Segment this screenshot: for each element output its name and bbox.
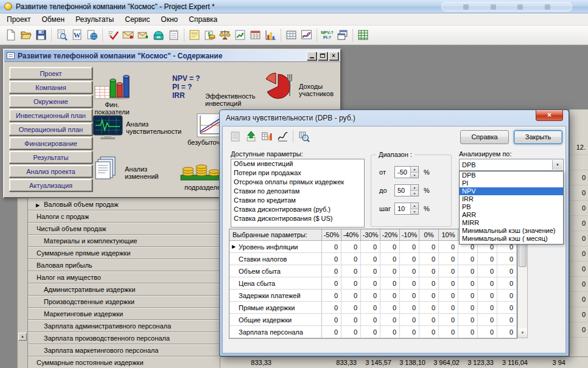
parameter-row-label[interactable]: Объем сбыта — [229, 265, 322, 277]
menu-item[interactable]: Окно — [155, 14, 183, 25]
close-button[interactable]: × — [329, 52, 338, 60]
analyze-by-dropdown-list[interactable]: DPBPINPVIRRPBARRMIRRМинимальный кэш (зна… — [459, 171, 564, 245]
text-description-icon[interactable] — [187, 27, 202, 43]
parameter-row-label[interactable]: Общие издержки — [229, 314, 322, 326]
range-value-input[interactable]: 50 ▲▼ — [394, 184, 419, 196]
print-preview-icon[interactable] — [54, 27, 69, 43]
contents-title-bar[interactable]: Развитие телефонной компании "Космос" - … — [4, 50, 340, 62]
menu-item[interactable]: Сервис — [119, 14, 155, 25]
parameter-row-label[interactable]: Задержки платежей — [229, 290, 322, 302]
report-row[interactable]: Налог на имущество — [28, 271, 220, 283]
menu-item[interactable]: Результаты — [70, 14, 119, 25]
report-row[interactable]: Маркетинговые издержки — [28, 308, 220, 320]
report-row[interactable]: Налоги с продаж — [28, 210, 220, 223]
dialog-close-button[interactable]: × — [536, 110, 563, 121]
menu-item[interactable]: Справка — [183, 14, 223, 25]
scroll-down-icon[interactable]: ▼ — [518, 328, 527, 338]
maximize-button[interactable] — [318, 52, 327, 60]
vertical-scrollbar[interactable]: ▲ ▼ — [517, 229, 528, 338]
parameter-row-label[interactable]: Зарплата персонала — [229, 326, 322, 338]
nav-section-button[interactable]: Финансирование — [9, 137, 93, 150]
parameter-row-label[interactable]: Ставки налогов — [229, 253, 322, 265]
nav-section-button[interactable]: Окружение — [9, 95, 93, 108]
dropdown-option[interactable]: PB — [460, 203, 563, 211]
report-row[interactable]: Зарплата административного персонала — [28, 320, 220, 332]
export-word-icon[interactable]: W — [69, 27, 85, 43]
contacts-phone-icon[interactable] — [151, 27, 166, 43]
nav-section-button[interactable]: Результаты — [9, 151, 93, 164]
zoom-parameters-icon[interactable] — [296, 130, 312, 144]
parameter-row-label[interactable]: ▶Уровень инфляции — [229, 241, 322, 253]
chevron-down-icon[interactable]: ▼ — [552, 160, 562, 170]
spin-down-icon[interactable]: ▼ — [411, 209, 418, 215]
dropdown-option[interactable]: MIRR — [460, 219, 563, 227]
nav-section-button[interactable]: Компания — [9, 81, 93, 94]
participants-income-icon[interactable] — [260, 71, 295, 102]
analyze-by-combobox[interactable]: DPB ▼ — [459, 159, 564, 171]
show-table-icon[interactable] — [259, 130, 275, 144]
report-row[interactable]: Валовая прибыль — [28, 259, 220, 271]
scales-balance-icon[interactable] — [217, 27, 233, 43]
receive-mail-icon[interactable] — [136, 27, 151, 43]
dropdown-option[interactable]: DPB — [460, 172, 563, 179]
available-parameters-list[interactable]: Объем инвестицийПотери при продажахОтсро… — [231, 159, 365, 227]
investment-efficiency-label[interactable]: Эффективность инвестиций — [205, 92, 256, 107]
dropdown-option[interactable]: PI — [460, 179, 563, 187]
available-parameter-item[interactable]: Ставка дисконтирования ($ US) — [231, 214, 364, 223]
cash-flow-icon[interactable]: $ — [202, 27, 217, 43]
dropdown-option[interactable]: NPV — [460, 187, 563, 195]
available-parameter-item[interactable]: Ставка дисконтирования (руб.) — [231, 205, 364, 214]
report-row[interactable]: Суммарные постоянные издержки — [28, 356, 220, 368]
spell-check-icon[interactable] — [105, 27, 121, 43]
report-row[interactable]: Материалы и комплектующие — [28, 235, 220, 247]
available-parameter-item[interactable]: Ставки по кредитам — [231, 196, 364, 205]
report-row[interactable]: Зарплата производственного персонала — [28, 332, 220, 344]
range-value-input[interactable]: -50 ▲▼ — [394, 166, 419, 178]
data-table-icon[interactable] — [284, 27, 299, 43]
npv-pi-indicator-icon[interactable]: NPV-? PI-? — [320, 27, 335, 43]
report-row[interactable]: ▶ Валовый объем продаж — [28, 198, 220, 210]
parameter-row-label[interactable]: Прямые издержки — [229, 302, 322, 314]
nav-section-button[interactable]: Актуализация — [9, 179, 93, 192]
spin-down-icon[interactable]: ▼ — [411, 191, 418, 196]
report-row[interactable]: Административные издержки — [28, 283, 220, 296]
dropdown-option[interactable]: Минимальный кэш (значение) — [460, 227, 563, 235]
dropdown-option[interactable]: Минимальный кэш ( месяц) — [460, 235, 563, 243]
nav-section-button[interactable]: Проект — [9, 67, 93, 80]
report-row[interactable]: Суммарные прямые издержки — [28, 247, 220, 259]
cascade-windows-icon[interactable] — [335, 27, 350, 43]
spin-up-icon[interactable]: ▲ — [411, 167, 418, 173]
open-project-icon[interactable] — [18, 27, 33, 43]
parameter-row-label[interactable]: Цена сбыта — [229, 277, 322, 290]
changes-analysis-icon[interactable] — [94, 156, 121, 182]
menu-item[interactable]: Обмен — [37, 14, 71, 25]
nav-section-button[interactable]: Анализ проекта — [9, 165, 93, 178]
sensitivity-analysis-icon[interactable] — [92, 114, 124, 142]
divisions-income-icon[interactable] — [180, 158, 222, 184]
report-row[interactable]: Зарплата маркетингового персонала — [28, 344, 220, 356]
financial-indicators-icon[interactable] — [94, 72, 130, 102]
save-project-icon[interactable] — [33, 27, 49, 43]
show-graph-icon[interactable] — [275, 130, 290, 144]
spin-up-icon[interactable]: ▲ — [411, 203, 418, 209]
spin-up-icon[interactable]: ▲ — [411, 185, 418, 191]
menu-item[interactable]: Проект — [1, 14, 37, 25]
available-parameter-item[interactable]: Потери при продажах — [231, 168, 364, 178]
bar-chart-icon[interactable] — [263, 27, 278, 43]
close-dialog-button[interactable]: Закрыть — [514, 130, 562, 144]
available-parameter-item[interactable]: Ставки по депозитам — [231, 187, 364, 196]
available-parameter-item[interactable]: Отсрочка оплаты прямых издержек — [231, 178, 364, 187]
new-document-icon[interactable] — [3, 27, 18, 43]
dropdown-option[interactable]: IRR — [460, 195, 563, 203]
profit-loss-icon[interactable] — [233, 27, 248, 43]
available-parameter-item[interactable]: Объем инвестиций — [231, 159, 364, 168]
nav-section-button[interactable]: Операционный план — [9, 123, 93, 136]
help-button[interactable]: Справка — [460, 130, 509, 144]
export-html-icon[interactable] — [85, 27, 100, 43]
range-value-input[interactable]: 10 ▲▼ — [394, 203, 419, 215]
spin-down-icon[interactable]: ▼ — [411, 173, 418, 178]
scroll-up-button[interactable]: ▲ — [18, 333, 27, 341]
send-mail-icon[interactable] — [121, 27, 136, 43]
report-table-icon[interactable] — [355, 27, 371, 43]
report-row[interactable]: Производственные издержки — [28, 296, 220, 308]
